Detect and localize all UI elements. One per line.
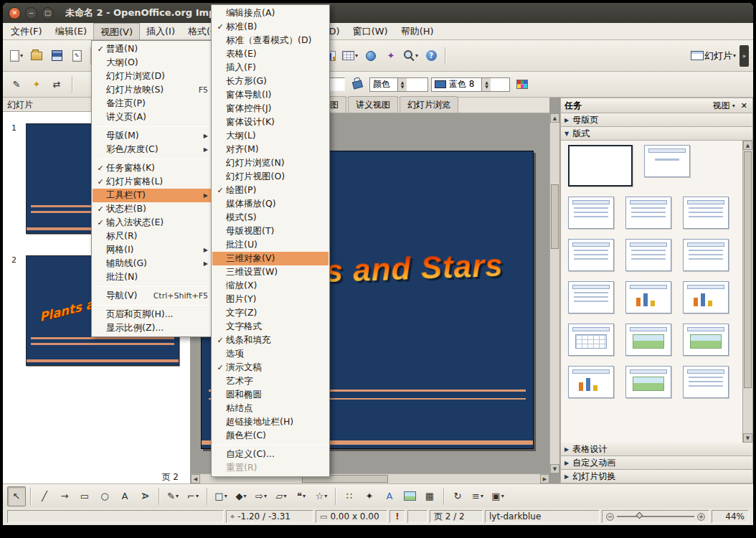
line-endings-button[interactable]: ⇄ — [47, 75, 66, 95]
vertical-text-button[interactable]: A — [136, 486, 154, 506]
connector-button[interactable]: ⌐▾ — [184, 486, 202, 506]
view-menu-item-m[interactable]: 母版(M)▶ — [93, 129, 212, 143]
tab-3[interactable]: 讲义视图 — [348, 96, 398, 113]
toolbars-menu-item-m[interactable]: 对齐(M) — [212, 143, 329, 156]
toolbars-menu-item-h[interactable]: 超链接地址栏(H) — [212, 415, 329, 429]
layout-option-13[interactable] — [683, 324, 729, 356]
view-menu-item-t[interactable]: 工具栏(T)▶ — [93, 189, 212, 202]
edit-points-mode-button[interactable]: ✎ — [7, 75, 26, 95]
menu-v[interactable]: 视图(V) — [93, 23, 140, 39]
view-menu-item-n[interactable]: ✓普通(N) — [93, 42, 212, 56]
toolbars-menu-item-a[interactable]: 编辑接点(A) — [212, 6, 329, 20]
section-slide-transition[interactable]: ▶ 幻灯片切换 — [560, 470, 753, 483]
callouts-button[interactable]: ❝▾ — [292, 486, 311, 506]
menu-h[interactable]: 帮助(H) — [394, 23, 440, 39]
toolbars-menu-item-w[interactable]: 三维设置(W) — [212, 265, 329, 279]
toolbars-menu-item-28[interactable]: 圆和椭圆 — [212, 388, 329, 402]
freeform-curve-button[interactable]: ✎▾ — [164, 486, 182, 506]
toolbars-menu-item-24[interactable]: ✓线条和填充 — [212, 334, 329, 347]
toolbars-menu-item-v[interactable]: 三维对象(V) — [212, 252, 329, 265]
layout-option-1[interactable] — [644, 145, 690, 177]
section-custom-animation[interactable]: ▶ 自定义动画 — [560, 456, 753, 470]
layout-option-16[interactable] — [683, 366, 729, 398]
scroll-down-icon[interactable]: ▼ — [743, 433, 752, 443]
toolbars-menu-item-k[interactable]: 窗体设计(K) — [212, 115, 329, 129]
toolbars-menu-item-q[interactable]: 媒体播放(Q) — [212, 197, 329, 211]
flowchart-button[interactable]: ▱▾ — [272, 486, 290, 506]
open-document-button[interactable] — [27, 46, 46, 66]
toolbars-menu-item-c[interactable]: 自定义(C)... — [212, 448, 329, 461]
toolbars-menu-item-i[interactable]: 窗体导航(I) — [212, 88, 329, 102]
view-menu-item-l[interactable]: ✓幻灯片窗格(L) — [93, 175, 212, 189]
toolbars-menu-item-l[interactable]: 大纲(L) — [212, 129, 329, 143]
scroll-up-icon[interactable]: ▲ — [550, 113, 559, 123]
toolbars-menu-item-x[interactable]: 缩放(X) — [212, 279, 329, 293]
basic-shapes-button[interactable]: □▾ — [212, 486, 230, 506]
zoom-slider-thumb[interactable] — [636, 512, 643, 519]
toolbar-overflow-button[interactable]: » — [740, 45, 749, 67]
scroll-right-icon[interactable]: ▶ — [540, 474, 549, 483]
toolbars-menu-item-p[interactable]: ✓绘图(P) — [212, 184, 329, 197]
zoom-in-icon[interactable]: + — [697, 513, 705, 521]
stars-button[interactable]: ☆▾ — [312, 486, 331, 506]
view-menu-item-r[interactable]: 标尺(R) — [93, 230, 212, 243]
scroll-left-icon[interactable]: ◀ — [191, 474, 200, 483]
gallery-button[interactable]: ▦ — [420, 486, 439, 506]
layout-option-14[interactable] — [568, 366, 614, 398]
glue-points-button[interactable]: ✦ — [360, 486, 379, 506]
toolbars-menu-item-b[interactable]: ✓标准(B) — [212, 20, 329, 34]
slide-button[interactable]: 幻灯片 ▾ — [689, 46, 738, 66]
toolbars-menu-item-y[interactable]: 图片(Y) — [212, 293, 329, 306]
toolbars-menu-item-27[interactable]: 艺术字 — [212, 374, 329, 388]
layout-option-7[interactable] — [683, 239, 729, 271]
view-menu-item-d[interactable]: 幻灯片浏览(D) — [93, 70, 212, 83]
select-button[interactable]: ↖ — [7, 486, 26, 506]
toolbars-menu-item-c[interactable]: 颜色栏(C) — [212, 429, 329, 443]
toolbars-menu-item-25[interactable]: 选项 — [212, 347, 329, 361]
insert-picture-button[interactable] — [400, 486, 419, 506]
section-layouts[interactable]: ▼ 版式 — [560, 127, 753, 141]
toolbars-menu-item-g[interactable]: 长方形(G) — [212, 75, 329, 88]
layout-option-6[interactable] — [625, 239, 671, 271]
layout-option-9[interactable] — [625, 281, 671, 313]
view-menu-item-z[interactable]: 显示比例(Z)... — [93, 321, 212, 335]
view-menu-item-o[interactable]: 大纲(O) — [93, 56, 212, 70]
menu-i[interactable]: 插入(I) — [140, 23, 181, 39]
task-pane-close-button[interactable]: ✕ — [740, 101, 749, 110]
view-menu-item-p[interactable]: 备注页(P) — [93, 97, 212, 110]
tab-4[interactable]: 幻灯片浏览 — [400, 96, 458, 113]
toolbars-menu-item-t[interactable]: 母版视图(T) — [212, 225, 329, 238]
toolbars-menu-item-z[interactable]: 文字(Z) — [212, 306, 329, 320]
line-color-button[interactable] — [348, 75, 367, 95]
title-bar[interactable]: ✕ − □ 未命名 2 - OpenOffice.org Impress — [3, 3, 753, 23]
section-table-design[interactable]: ▶ 表格设计 — [560, 443, 753, 456]
scroll-up-icon[interactable]: ▲ — [743, 141, 752, 150]
edit-file-button[interactable]: ✎ — [67, 46, 86, 66]
insert-table-button[interactable]: ▾ — [340, 46, 360, 66]
scrollbar-thumb[interactable] — [551, 184, 559, 249]
block-arrows-button[interactable]: ⇨▾ — [252, 486, 270, 506]
layout-option-15[interactable] — [625, 366, 671, 398]
symbol-shapes-button[interactable]: ◆▾ — [232, 486, 250, 506]
menu-f[interactable]: 文件(F) — [4, 23, 49, 39]
arrow-button[interactable]: → — [55, 486, 74, 506]
view-menu-item-b[interactable]: ✓状态栏(B) — [93, 202, 212, 216]
ellipse-button[interactable]: ○ — [95, 486, 114, 506]
layout-option-0[interactable] — [568, 145, 633, 187]
text-button[interactable]: A — [115, 486, 134, 506]
toolbars-menu-item-29[interactable]: 粘结点 — [212, 402, 329, 415]
layout-option-4[interactable] — [683, 197, 729, 229]
close-button[interactable]: ✕ — [9, 7, 21, 19]
layout-option-8[interactable] — [568, 281, 614, 313]
toolbars-menu-item-s[interactable]: 模式(S) — [212, 211, 329, 225]
section-master-pages[interactable]: ▶ 母版页 — [560, 113, 753, 127]
zoom-track[interactable] — [617, 516, 694, 517]
toolbars-menu-item-26[interactable]: ✓演示文稿 — [212, 361, 329, 374]
scrollbar-track[interactable] — [743, 150, 752, 433]
view-menu-item-v[interactable]: 导航(V)Ctrl+Shift+F5 — [93, 289, 212, 303]
toolbars-menu-item-f[interactable]: 插入(F) — [212, 61, 329, 75]
area-style-combo[interactable]: 颜色 ▲▼ — [369, 77, 428, 92]
line-button[interactable]: ╱ — [35, 486, 54, 506]
zoom-slider[interactable]: − + — [602, 510, 709, 523]
view-menu-item-h[interactable]: 页眉和页脚(H)... — [93, 308, 212, 321]
